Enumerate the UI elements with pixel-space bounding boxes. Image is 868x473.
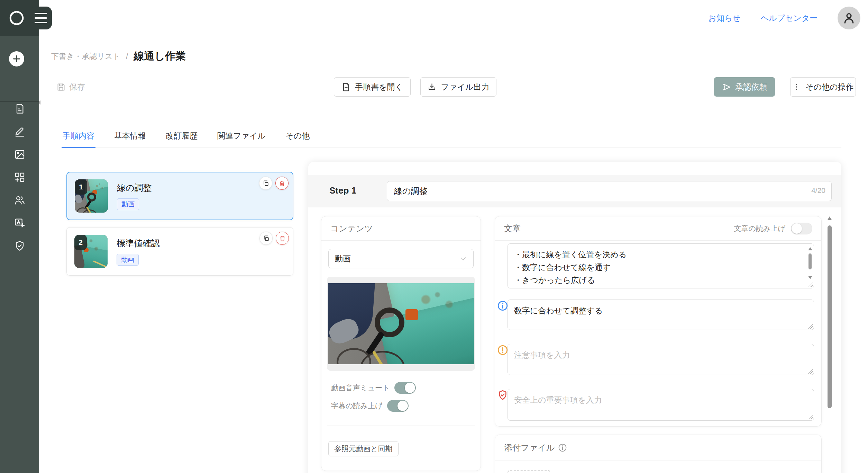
tab-procedure-content[interactable]: 手順内容 [62, 124, 95, 148]
step-2-thumbnail: 2 [74, 235, 108, 268]
text-panel-header: 文章 文章の読み上げ [495, 216, 821, 241]
content-panel-header: コンテンツ [321, 216, 481, 241]
body-textarea[interactable]: ・最初に線を置く位置を決める ・数字に合わせて線を通す ・きつかったら広げる [508, 243, 814, 288]
sidebar-item-media[interactable] [11, 149, 28, 160]
resize-grip[interactable] [808, 415, 813, 419]
step-1-actions [259, 177, 289, 190]
duplicate-step-button[interactable] [259, 232, 273, 245]
scroll-down-icon[interactable] [808, 276, 812, 279]
breadcrumb-parent[interactable]: 下書き・承認リスト [51, 51, 120, 62]
body-text: ・最初に線を置く位置を決める ・数字に合わせて線を通す ・きつかったら広げる [508, 244, 814, 290]
breadcrumb-separator: / [126, 52, 128, 61]
info-textarea[interactable]: 数字に合わせて調整する [508, 300, 814, 330]
menu-button[interactable] [30, 7, 52, 29]
tab-basic-info[interactable]: 基本情報 [113, 124, 147, 148]
step-title: 標準値確認 [117, 238, 160, 249]
attachment-title-text: 添付ファイル [504, 442, 555, 453]
mute-row: 動画音声ミュート [321, 381, 481, 395]
delete-step-button[interactable] [276, 232, 289, 245]
save-icon [56, 82, 66, 92]
delete-step-button[interactable] [275, 177, 289, 190]
media-type-badge: 動画 [117, 254, 139, 266]
info-tooltip-icon[interactable] [558, 443, 567, 452]
sidebar-nav [0, 103, 39, 251]
duplicate-step-button[interactable] [259, 177, 272, 190]
attachment-panel-header: 添付ファイル [495, 435, 821, 461]
header-right: お知らせ ヘルプセンター [708, 0, 860, 36]
image-icon [14, 149, 25, 160]
trash-icon [279, 180, 285, 187]
sidebar-item-edit[interactable] [11, 126, 28, 137]
scroll-up-icon[interactable] [828, 216, 832, 220]
tab-related-files[interactable]: 関連ファイル [216, 124, 267, 148]
scroll-up-icon[interactable] [808, 247, 812, 250]
notice-link[interactable]: お知らせ [708, 13, 741, 24]
sidebar-item-members[interactable] [11, 195, 28, 206]
copy-icon [263, 235, 269, 242]
save-button[interactable]: 保存 [56, 77, 85, 97]
step-card-1[interactable]: 1 線の調整 動画 [66, 172, 293, 220]
sidebar-item-templates[interactable] [11, 172, 28, 183]
mute-toggle[interactable] [394, 382, 416, 394]
swirl-logo-icon [8, 9, 26, 27]
approval-request-button[interactable]: 承認依頼 [714, 77, 775, 97]
add-button[interactable] [9, 51, 24, 66]
step-list: 1 線の調整 動画 [66, 172, 293, 276]
scrollbar-thumb[interactable] [828, 225, 832, 408]
video-preview-box [327, 277, 475, 371]
step-card-2[interactable]: 2 標準値確認 動画 [66, 227, 293, 276]
sync-source-video-button[interactable]: 参照元動画と同期 [328, 441, 399, 456]
scrollbar-thumb[interactable] [808, 253, 812, 269]
add-attachment-button[interactable] [508, 470, 550, 473]
text-panel-title: 文章 [504, 223, 521, 234]
translate-icon [14, 217, 25, 229]
sidebar-item-documents[interactable] [11, 103, 28, 114]
textarea-scrollbar[interactable] [807, 244, 813, 287]
sidebar-item-approval[interactable] [11, 240, 28, 251]
attachment-panel: 添付ファイル [495, 435, 822, 473]
resize-grip[interactable] [808, 324, 813, 329]
safety-textarea[interactable]: 安全上の重要事項を入力 [508, 389, 814, 421]
media-type-badge: 動画 [117, 198, 139, 210]
sidebar-item-translate[interactable] [11, 217, 28, 229]
content-panel: コンテンツ 動画 [321, 216, 481, 471]
document-icon [14, 103, 25, 114]
file-export-button[interactable]: ファイル出力 [420, 77, 496, 97]
document-open-icon [341, 82, 351, 92]
safety-placeholder: 安全上の重要事項を入力 [508, 389, 814, 410]
download-icon [427, 82, 437, 92]
step-2-info: 標準値確認 動画 [117, 238, 160, 266]
trash-icon [279, 235, 286, 242]
media-type-select[interactable]: 動画 [328, 249, 474, 268]
video-toggles: 動画音声ミュート 字幕の読み上げ [321, 381, 481, 413]
content-divider [327, 426, 475, 426]
sidebar-divider [0, 101, 39, 102]
resize-grip[interactable] [808, 369, 813, 374]
warning-icon [497, 345, 508, 356]
detail-scrollbar[interactable] [828, 216, 832, 473]
open-manual-button[interactable]: 手順書を開く [334, 77, 411, 97]
person-icon [842, 11, 856, 25]
grid-plus-icon [14, 172, 25, 183]
save-button-label: 保存 [69, 82, 85, 92]
help-center-link[interactable]: ヘルプセンター [761, 13, 817, 24]
subtitle-tts-toggle[interactable] [387, 400, 409, 412]
kebab-menu-icon [792, 83, 801, 91]
breadcrumb: 下書き・承認リスト / 線通し作業 [51, 49, 186, 63]
step-header: Step 1 4/20 [308, 175, 841, 207]
file-export-label: ファイル出力 [441, 82, 489, 92]
info-icon [497, 300, 508, 311]
text-tts-toggle[interactable] [791, 223, 812, 234]
caution-placeholder: 注意事項を入力 [508, 344, 814, 365]
step-title-input[interactable] [387, 181, 832, 201]
video-preview[interactable] [328, 283, 474, 364]
tab-revision-history[interactable]: 改訂履歴 [165, 124, 199, 148]
approval-request-label: 承認依頼 [735, 82, 767, 92]
caution-textarea[interactable]: 注意事項を入力 [508, 344, 814, 375]
video-still [328, 283, 474, 364]
other-actions-button[interactable]: その他の操作 [790, 77, 856, 97]
shield-check-icon [14, 240, 25, 251]
tab-others[interactable]: その他 [284, 124, 311, 148]
avatar[interactable] [838, 7, 860, 29]
plus-icon [12, 54, 21, 63]
